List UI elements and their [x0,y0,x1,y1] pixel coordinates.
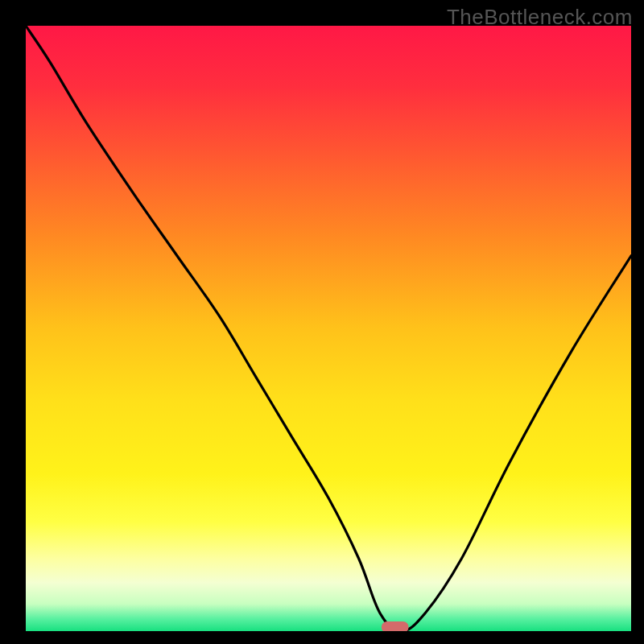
optimal-marker [382,621,409,633]
watermark-text: TheBottleneck.com [447,5,633,30]
bottleneck-chart [0,0,644,644]
chart-frame: TheBottleneck.com [0,0,644,644]
gradient-background [26,26,631,631]
